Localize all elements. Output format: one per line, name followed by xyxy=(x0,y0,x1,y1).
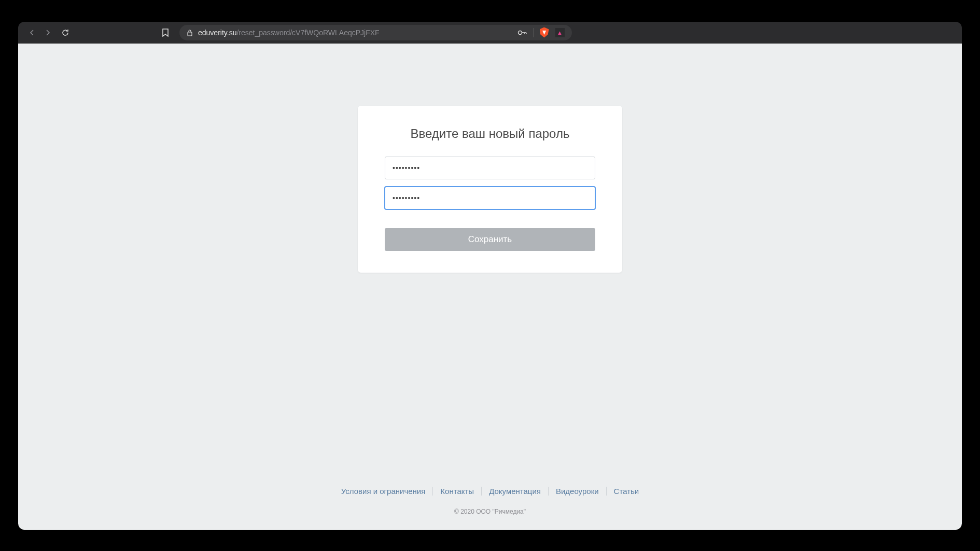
reset-password-card: Введите ваш новый пароль Сохранить xyxy=(358,106,622,273)
browser-window: eduverity.su/reset_password/cV7fWQoRWLAe… xyxy=(18,22,962,530)
footer-link-terms[interactable]: Условия и ограничения xyxy=(334,487,433,496)
page-footer: Условия и ограничения Контакты Документа… xyxy=(18,487,962,515)
browser-chrome: eduverity.su/reset_password/cV7fWQoRWLAe… xyxy=(18,22,962,44)
reload-icon xyxy=(61,29,69,37)
footer-link-articles[interactable]: Статьи xyxy=(607,487,647,496)
nav-back-button[interactable] xyxy=(26,27,38,38)
new-password-field[interactable] xyxy=(385,157,595,179)
forward-arrow-icon xyxy=(45,30,51,36)
confirm-password-field[interactable] xyxy=(385,187,595,209)
back-arrow-icon xyxy=(29,30,35,36)
copyright-text: © 2020 ООО "Ричмедиа" xyxy=(454,508,526,515)
page-content: Введите ваш новый пароль Сохранить Услов… xyxy=(18,44,962,530)
url-path: /reset_password/cV7fWQoRWLAeqcPJjFXF xyxy=(236,29,379,37)
footer-link-contacts[interactable]: Контакты xyxy=(433,487,482,496)
reload-button[interactable] xyxy=(60,27,71,38)
key-icon[interactable] xyxy=(517,30,527,35)
divider xyxy=(533,28,534,37)
footer-link-docs[interactable]: Документация xyxy=(482,487,549,496)
brave-shield-icon[interactable] xyxy=(540,27,549,38)
save-button[interactable]: Сохранить xyxy=(385,228,595,251)
lock-icon xyxy=(187,29,193,36)
nav-forward-button[interactable] xyxy=(42,27,53,38)
footer-links: Условия и ограничения Контакты Документа… xyxy=(334,487,646,496)
card-title: Введите ваш новый пароль xyxy=(411,126,570,141)
extension-icon[interactable]: ▲ xyxy=(555,28,565,37)
address-bar-right: ▲ xyxy=(517,27,565,38)
url-domain: eduverity.su xyxy=(198,29,236,37)
url-text: eduverity.su/reset_password/cV7fWQoRWLAe… xyxy=(198,29,380,37)
footer-link-videos[interactable]: Видеоуроки xyxy=(549,487,607,496)
bookmark-icon xyxy=(162,29,169,37)
address-bar[interactable]: eduverity.su/reset_password/cV7fWQoRWLAe… xyxy=(179,25,572,40)
svg-rect-0 xyxy=(188,32,192,36)
bookmark-button[interactable] xyxy=(160,27,171,38)
svg-point-1 xyxy=(518,31,522,34)
